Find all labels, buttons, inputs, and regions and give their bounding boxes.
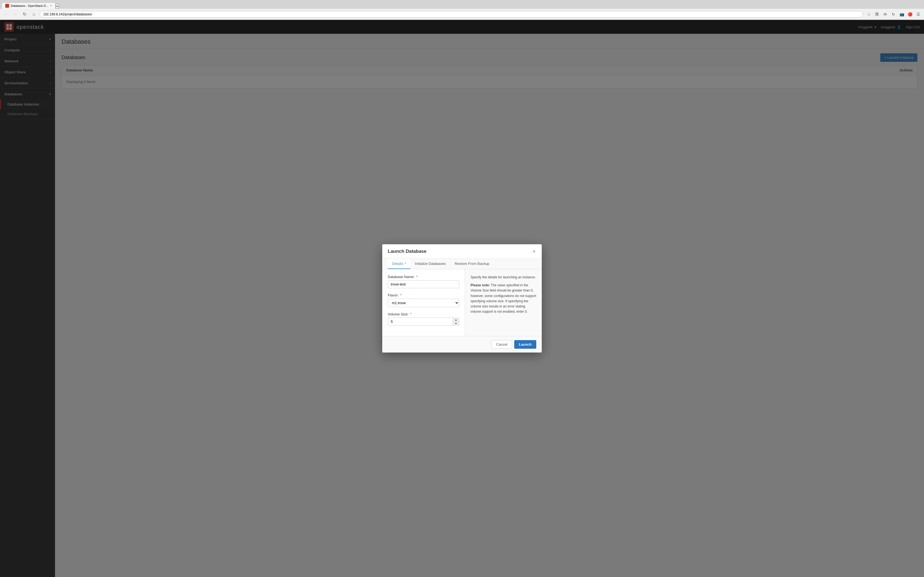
volume-size-input[interactable] xyxy=(388,318,453,326)
home-button[interactable]: ⌂ xyxy=(30,11,37,18)
volume-size-required: * xyxy=(410,312,412,316)
spinner-down-button[interactable]: ▼ xyxy=(453,322,459,325)
extension-icon[interactable]: 🔴 xyxy=(906,11,914,18)
refresh-icon[interactable]: ↻ xyxy=(890,11,897,18)
flavor-group: Flavor: * m1.trove m1.tiny m1.small m1.m… xyxy=(388,293,459,307)
tab-initialize-databases[interactable]: Initialize Databases xyxy=(410,259,450,269)
launch-button[interactable]: Launch xyxy=(514,340,536,349)
modal-footer: Cancel Launch xyxy=(382,336,542,353)
flavor-required: * xyxy=(400,293,402,297)
db-name-input[interactable] xyxy=(388,280,459,288)
note-prefix: Please note: xyxy=(470,283,490,287)
menu-icon[interactable]: ☰ xyxy=(915,11,922,18)
spinner-up-button[interactable]: ▲ xyxy=(453,318,459,322)
modal-info-note: Please note: The value specified in the … xyxy=(470,283,536,314)
modal-form: Database Name: * Flavor: * m1.trove m1.t… xyxy=(382,269,465,336)
db-name-required: * xyxy=(416,275,417,279)
tab-restore-from-backup[interactable]: Restore From Backup xyxy=(450,259,494,269)
refresh-button[interactable]: ↻ xyxy=(21,11,28,18)
note-text: The value specified in the Volume Size f… xyxy=(470,283,536,314)
modal-info-description: Specify the details for launching an ins… xyxy=(470,275,536,280)
volume-size-label: Volume Size: * xyxy=(388,312,459,316)
new-tab-button[interactable]: + xyxy=(55,3,59,9)
active-tab[interactable]: Databases - OpenStack D... × xyxy=(2,2,55,9)
flavor-label: Flavor: * xyxy=(388,293,459,297)
spinner-buttons: ▲ ▼ xyxy=(453,318,459,326)
bookmark-icon[interactable]: ☆ xyxy=(865,11,872,18)
modal-tabs: Details * Initialize Databases Restore F… xyxy=(382,259,542,269)
tab-close-icon[interactable]: × xyxy=(50,4,52,8)
back-button[interactable]: ← xyxy=(2,11,9,18)
modal-title: Launch Database xyxy=(388,249,426,254)
modal-info-panel: Specify the details for launching an ins… xyxy=(465,269,542,336)
cast-icon[interactable]: 📺 xyxy=(898,11,905,18)
modal-close-button[interactable]: × xyxy=(532,248,536,255)
tab-favicon xyxy=(5,4,9,8)
tab-title: Databases - OpenStack D... xyxy=(11,4,48,7)
address-bar[interactable] xyxy=(40,11,863,18)
db-name-label: Database Name: * xyxy=(388,275,459,279)
launch-database-modal: Launch Database × Details * Initialize D… xyxy=(382,244,542,353)
weibo-icon[interactable]: 微 xyxy=(873,11,880,18)
flavor-select[interactable]: m1.trove m1.tiny m1.small m1.medium m1.l… xyxy=(388,299,459,307)
tab-details-required: * xyxy=(404,261,406,266)
volume-size-group: Volume Size: * ▲ ▼ xyxy=(388,312,459,326)
volume-size-spinner: ▲ ▼ xyxy=(388,318,459,326)
cancel-button[interactable]: Cancel xyxy=(491,340,512,349)
db-name-group: Database Name: * xyxy=(388,275,459,288)
tab-details-label: Details xyxy=(392,261,403,266)
modal-body: Database Name: * Flavor: * m1.trove m1.t… xyxy=(382,269,542,336)
tab-initialize-label: Initialize Databases xyxy=(415,261,446,266)
gmail-icon[interactable]: ✉ xyxy=(882,11,889,18)
forward-button[interactable]: → xyxy=(11,11,19,18)
modal-overlay: Launch Database × Details * Initialize D… xyxy=(0,20,924,577)
tab-details[interactable]: Details * xyxy=(388,259,410,269)
tab-restore-label: Restore From Backup xyxy=(455,261,489,266)
modal-header: Launch Database × xyxy=(382,244,542,259)
